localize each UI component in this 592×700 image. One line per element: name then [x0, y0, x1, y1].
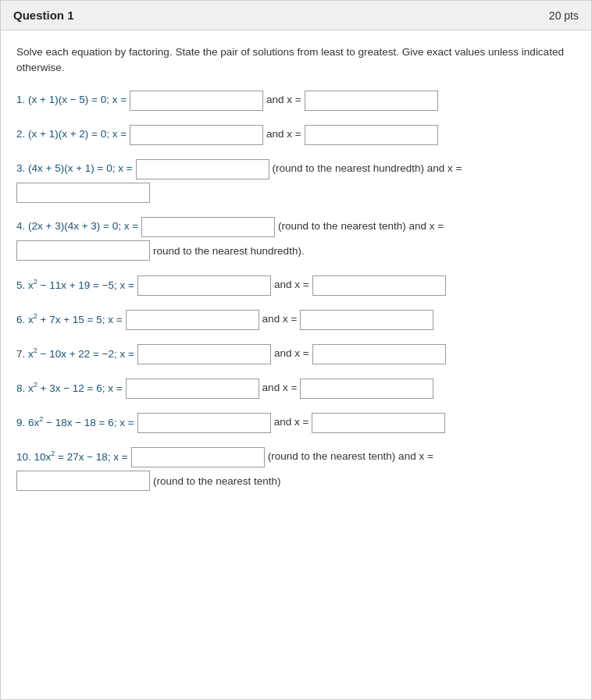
p6-answer1[interactable] — [126, 310, 259, 330]
p3-answer1[interactable] — [136, 159, 269, 179]
instructions-text: Solve each equation by factoring. State … — [16, 44, 576, 76]
p10-round-note: (round to the nearest tenth) and x = — [268, 447, 433, 466]
question-title: Question 1 — [13, 9, 74, 22]
p4-label: 4. (2x + 3)(4x + 3) = 0; x = — [16, 217, 138, 236]
p7-answer2[interactable] — [312, 344, 446, 364]
p1-answer2[interactable] — [305, 91, 438, 111]
p8-answer1[interactable] — [126, 378, 259, 399]
p9-and: and x = — [274, 413, 309, 432]
problem-4: 4. (2x + 3)(4x + 3) = 0; x = (round to t… — [16, 217, 576, 261]
p6-and: and x = — [262, 310, 298, 329]
p6-answer2[interactable] — [300, 310, 433, 330]
p4-round-note2: round to the nearest hundredth). — [153, 240, 305, 261]
p7-label: 7. x2 − 10x + 22 = −2; x = — [16, 344, 134, 364]
p8-label: 8. x2 + 3x − 12 = 6; x = — [16, 378, 123, 398]
p7-and: and x = — [274, 344, 309, 363]
p5-and: and x = — [274, 275, 309, 294]
p3-label: 3. (4x + 5)(x + 1) = 0; x = — [16, 159, 133, 178]
p8-and: and x = — [262, 378, 298, 397]
p3-round-note: (round to the nearest hundredth) and x = — [273, 159, 462, 178]
p1-answer1[interactable] — [130, 91, 263, 111]
problem-7: 7. x2 − 10x + 22 = −2; x = and x = — [16, 344, 576, 364]
p10-label: 10. 10x2 = 27x − 18; x = — [16, 447, 128, 467]
p10-answer1[interactable] — [131, 447, 265, 467]
p4-answer2[interactable] — [16, 240, 150, 261]
page-container: Question 1 20 pts Solve each equation by… — [0, 0, 592, 700]
p3-answer2[interactable] — [16, 183, 150, 203]
question-header: Question 1 20 pts — [1, 1, 591, 30]
p2-and: and x = — [266, 125, 301, 144]
p7-answer1[interactable] — [137, 344, 271, 364]
p8-answer2[interactable] — [300, 378, 433, 399]
p5-label: 5. x2 − 11x + 19 = −5; x = — [16, 275, 134, 295]
problem-8: 8. x2 + 3x − 12 = 6; x = and x = — [16, 378, 576, 399]
problem-3: 3. (4x + 5)(x + 1) = 0; x = (round to th… — [16, 159, 576, 203]
p1-and: and x = — [266, 91, 301, 109]
question-points: 20 pts — [549, 9, 579, 22]
p2-answer1[interactable] — [130, 125, 263, 145]
p2-answer2[interactable] — [305, 125, 438, 145]
p2-label: 2. (x + 1)(x + 2) = 0; x = — [16, 125, 127, 144]
p9-answer1[interactable] — [137, 413, 271, 433]
p9-label: 9. 6x2 − 18x − 18 = 6; x = — [16, 413, 134, 432]
content-area: Solve each equation by factoring. State … — [1, 30, 591, 520]
p4-answer1[interactable] — [141, 217, 275, 237]
p5-answer1[interactable] — [137, 275, 271, 296]
problem-2: 2. (x + 1)(x + 2) = 0; x = and x = — [16, 125, 576, 145]
problem-5: 5. x2 − 11x + 19 = −5; x = and x = — [16, 275, 576, 296]
problem-9: 9. 6x2 − 18x − 18 = 6; x = and x = — [16, 413, 576, 433]
problem-10: 10. 10x2 = 27x − 18; x = (round to the n… — [16, 447, 576, 492]
p1-label: 1. (x + 1)(x − 5) = 0; x = — [16, 91, 127, 109]
p10-answer2[interactable] — [16, 471, 150, 491]
problem-1: 1. (x + 1)(x − 5) = 0; x = and x = — [16, 91, 576, 111]
problem-6: 6. x2 + 7x + 15 = 5; x = and x = — [16, 310, 576, 330]
p4-round-note: (round to the nearest tenth) and x = — [278, 217, 444, 236]
p6-label: 6. x2 + 7x + 15 = 5; x = — [16, 310, 123, 329]
p9-answer2[interactable] — [312, 413, 445, 433]
p10-round-note2: (round to the nearest tenth) — [153, 471, 281, 492]
p5-answer2[interactable] — [312, 275, 446, 296]
